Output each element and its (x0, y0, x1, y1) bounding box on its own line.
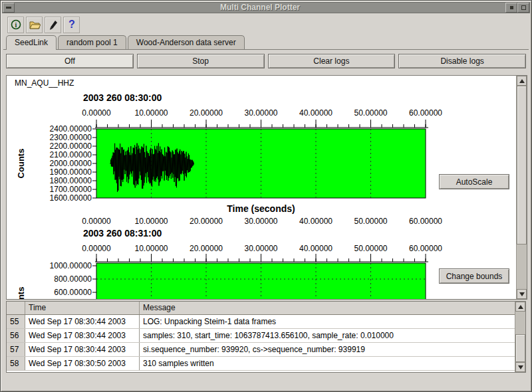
plot-scrollbar[interactable] (516, 76, 527, 299)
change-bounds-button[interactable]: Change bounds (439, 268, 509, 284)
svg-text:50.00000: 50.00000 (354, 244, 387, 253)
svg-text:20.00000: 20.00000 (190, 217, 223, 226)
multi-channel-plotter-window: Multi Channel Plotter i (0, 0, 532, 392)
stop-button[interactable]: Stop (137, 54, 265, 68)
status-bar (5, 377, 527, 389)
svg-text:30.00000: 30.00000 (244, 217, 277, 226)
svg-text:60.00000: 60.00000 (409, 217, 442, 226)
down-arrow-icon (518, 365, 523, 369)
plot-panel: MN_AQU__HHZ 2003 260 08:30:000.0000010.0… (6, 75, 527, 300)
open-folder-button[interactable] (26, 17, 43, 33)
svg-text:0.00000: 0.00000 (82, 244, 111, 253)
channel-label: MN_AQU__HHZ (7, 76, 515, 88)
window-title: Multi Channel Plotter (15, 3, 505, 13)
log-scrollbar[interactable] (515, 302, 525, 372)
row-number-cell: 56 (7, 329, 25, 342)
svg-text:1700.00000: 1700.00000 (50, 185, 92, 194)
log-table: Time Message 55Wed Sep 17 08:30:44 2003L… (6, 301, 526, 373)
log-table-header: Time Message (7, 302, 515, 315)
row-number-cell: 55 (7, 315, 25, 328)
svg-text:50.00000: 50.00000 (354, 217, 387, 226)
up-arrow-icon (518, 305, 523, 309)
scroll-up-button[interactable] (517, 76, 527, 86)
log-table-body: 55Wed Sep 17 08:30:44 2003LOG: Unpacking… (7, 315, 515, 371)
svg-text:2003 260 08:31:00: 2003 260 08:31:00 (83, 228, 162, 239)
plot-2003-260-08-30-bottom-axis: 0.0000010.0000020.0000030.0000040.000005… (7, 215, 515, 227)
scroll-down-button[interactable] (517, 289, 527, 299)
scroll-up-button[interactable] (515, 302, 525, 312)
toolbar: i ? (5, 15, 527, 34)
svg-text:i: i (15, 21, 17, 29)
off-button[interactable]: Off (6, 54, 134, 68)
row-number-cell: 58 (7, 357, 25, 370)
log-row[interactable]: 55Wed Sep 17 08:30:44 2003LOG: Unpacking… (7, 315, 515, 329)
svg-text:0.00000: 0.00000 (82, 108, 111, 118)
log-message-cell: LOG: Unpacking Steim-1 data frames (140, 315, 515, 328)
pen-tool-icon (47, 19, 59, 31)
log-row[interactable]: 57Wed Sep 17 08:30:44 2003si.sequence_nu… (7, 343, 515, 357)
scrollbar-thumb[interactable] (515, 334, 525, 362)
minimize-icon (510, 6, 513, 9)
svg-text:1800.00000: 1800.00000 (50, 176, 92, 185)
time-axis-label: Time (seconds) (7, 203, 515, 215)
plot-area[interactable] (96, 263, 426, 299)
disable-logs-button[interactable]: Disable logs (398, 54, 526, 68)
svg-text:40.00000: 40.00000 (299, 244, 332, 253)
log-message-cell: 310 samples written (140, 357, 515, 370)
log-row[interactable]: 56Wed Sep 17 08:30:44 2003samples: 310, … (7, 329, 515, 343)
plot-2003-260-08-31[interactable]: 2003 260 08:31:000.0000010.0000020.00000… (7, 227, 515, 299)
scroll-down-button[interactable] (515, 362, 525, 372)
svg-text:600.00000: 600.00000 (54, 288, 92, 297)
svg-text:2003 260 08:30:00: 2003 260 08:30:00 (83, 92, 162, 103)
info-icon: i (10, 19, 22, 31)
svg-text:?: ? (68, 19, 75, 30)
titlebar[interactable]: Multi Channel Plotter (2, 2, 530, 13)
svg-text:10.00000: 10.00000 (134, 217, 168, 226)
svg-text:60.00000: 60.00000 (409, 108, 442, 118)
tab-seedlink[interactable]: SeedLink (6, 35, 57, 50)
pen-tool-button[interactable] (45, 17, 61, 33)
maximize-icon (521, 5, 526, 10)
down-arrow-icon (519, 292, 525, 296)
window-menu-button[interactable] (3, 3, 15, 13)
tab-wood-anderson-data-server[interactable]: Wood-Anderson data server (128, 35, 245, 49)
row-number-column-header[interactable] (7, 302, 25, 314)
log-time-cell: Wed Sep 17 08:30:50 2003 (25, 357, 140, 370)
plot-canvas: 2003 260 08:30:000.0000010.0000020.00000… (7, 88, 512, 203)
log-time-cell: Wed Sep 17 08:30:44 2003 (25, 329, 140, 342)
scrollbar-track[interactable] (517, 86, 527, 289)
svg-text:40.00000: 40.00000 (299, 108, 332, 118)
scrollbar-track[interactable] (515, 312, 525, 362)
svg-text:800.00000: 800.00000 (54, 274, 92, 284)
log-message-cell: samples: 310, start_time: 1063787413.656… (140, 329, 515, 342)
info-button[interactable]: i (7, 17, 24, 33)
time-column-header[interactable]: Time (25, 302, 140, 314)
clear-logs-button[interactable]: Clear logs (268, 54, 396, 68)
log-time-cell: Wed Sep 17 08:30:44 2003 (25, 343, 140, 356)
maximize-button[interactable] (517, 3, 529, 13)
help-button[interactable]: ? (63, 17, 80, 33)
svg-text:10.00000: 10.00000 (134, 108, 168, 118)
log-message-cell: si.sequence_number: 939920, cs->sequence… (140, 343, 515, 356)
svg-text:10.00000: 10.00000 (134, 244, 168, 253)
svg-text:2400.00000: 2400.00000 (50, 124, 92, 134)
control-button-row: OffStopClear logsDisable logs (6, 54, 526, 68)
plot-canvas: 2003 260 08:31:000.0000010.0000020.00000… (7, 227, 512, 299)
svg-text:30.00000: 30.00000 (244, 108, 277, 118)
window-menu-icon (6, 7, 11, 9)
svg-text:2100.00000: 2100.00000 (50, 150, 92, 159)
svg-text:1600.00000: 1600.00000 (50, 193, 92, 203)
tab-bar: SeedLinkrandom pool 1Wood-Anderson data … (3, 35, 529, 50)
up-arrow-icon (519, 79, 525, 83)
scrollbar-thumb[interactable] (517, 86, 527, 245)
help-icon: ? (66, 19, 78, 31)
log-row[interactable]: 58Wed Sep 17 08:30:50 2003310 samples wr… (7, 357, 515, 371)
svg-text:Counts: Counts (16, 149, 26, 179)
minimize-button[interactable] (505, 3, 517, 13)
autoscale-button[interactable]: AutoScale (439, 174, 509, 189)
message-column-header[interactable]: Message (140, 302, 515, 314)
open-folder-icon (29, 19, 41, 31)
svg-text:2300.00000: 2300.00000 (50, 133, 92, 142)
tab-random-pool-1[interactable]: random pool 1 (58, 35, 126, 49)
svg-text:2200.00000: 2200.00000 (50, 142, 92, 151)
